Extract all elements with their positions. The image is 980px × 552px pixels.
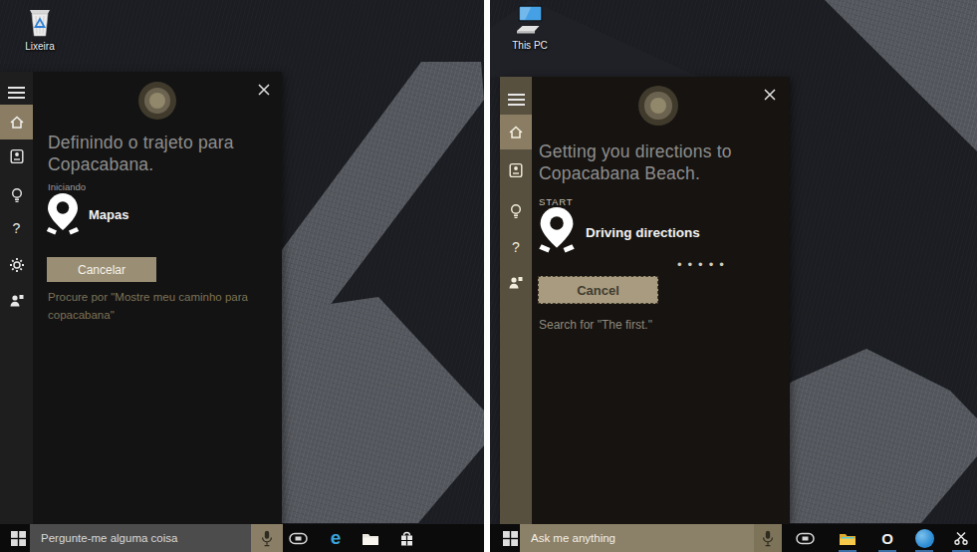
- this-pc-icon: [512, 5, 548, 38]
- opera-browser-button[interactable]: O: [873, 524, 901, 552]
- search-placeholder: Ask me anything: [520, 532, 754, 544]
- microphone-icon: [762, 530, 774, 547]
- comparison-image: Lixeira: [0, 0, 980, 552]
- cortana-orb: [138, 82, 176, 120]
- blue-round-app-icon: [915, 529, 934, 548]
- route-app-name: Mapas: [89, 207, 128, 222]
- taskbar: Ask me anything: [490, 524, 977, 552]
- hamburger-icon: [8, 84, 25, 102]
- task-view-button[interactable]: [284, 524, 312, 552]
- notebook-icon: [9, 148, 25, 164]
- sidebar-item-help[interactable]: ?: [0, 215, 33, 241]
- sidebar-item-reminders[interactable]: [0, 182, 33, 208]
- file-explorer-button[interactable]: [357, 524, 384, 552]
- this-pc-desktop-icon[interactable]: This PC: [502, 5, 558, 51]
- lightbulb-icon: [10, 187, 24, 203]
- recycle-bin-label: Lixeira: [12, 41, 68, 52]
- cortana-response-title: Getting you directions to Copacabana Bea…: [539, 140, 732, 184]
- cancel-button[interactable]: Cancel: [538, 276, 658, 304]
- search-placeholder: Pergunte-me alguma coisa: [30, 532, 251, 544]
- title-line-2: Copacabana Beach.: [539, 162, 732, 184]
- help-icon: ?: [13, 220, 21, 236]
- cancel-button[interactable]: Cancelar: [47, 257, 156, 282]
- edge-icon: e: [331, 527, 342, 549]
- store-bag-icon: [398, 530, 415, 547]
- close-button[interactable]: [762, 87, 778, 103]
- cortana-sidebar: ?: [500, 77, 532, 524]
- file-explorer-button[interactable]: [834, 524, 861, 552]
- sidebar-item-settings[interactable]: [0, 252, 33, 278]
- cortana-response-title: Definindo o trajeto para Copacabana.: [48, 132, 234, 175]
- help-icon: ?: [512, 239, 520, 255]
- snipping-tool-button[interactable]: [947, 524, 975, 552]
- this-pc-label: This PC: [502, 40, 558, 51]
- cortana-content: Getting you directions to Copacabana Bea…: [532, 77, 790, 524]
- feedback-person-icon: [508, 275, 524, 290]
- home-icon: [9, 115, 25, 130]
- home-icon: [508, 125, 524, 139]
- windows-logo-icon: [11, 531, 26, 546]
- search-hint: Search for "The first.": [539, 316, 778, 335]
- task-view-button[interactable]: [791, 524, 819, 552]
- gear-icon: [9, 257, 25, 273]
- title-line-1: Definindo o trajeto para: [48, 132, 234, 153]
- notebook-icon: [508, 162, 524, 178]
- maps-pin-icon: [45, 192, 81, 239]
- microphone-icon: [261, 530, 273, 547]
- hamburger-icon: [508, 91, 525, 109]
- store-button[interactable]: [392, 524, 420, 552]
- cortana-panel: ?: [500, 77, 790, 524]
- title-line-2: Copacabana.: [48, 153, 234, 175]
- start-button[interactable]: [5, 524, 31, 552]
- recycle-bin-desktop-icon[interactable]: Lixeira: [12, 5, 68, 52]
- folder-icon: [362, 531, 379, 546]
- sidebar-item-feedback[interactable]: [0, 287, 33, 313]
- sidebar-item-home[interactable]: [500, 115, 532, 149]
- sidebar-item-feedback[interactable]: [500, 269, 532, 295]
- scissors-icon: [953, 530, 969, 546]
- screenshot-portuguese: Lixeira: [0, 0, 484, 552]
- feedback-person-icon: [9, 293, 25, 308]
- cortana-orb: [638, 86, 678, 126]
- cortana-panel: ?: [0, 72, 282, 524]
- close-icon: [257, 83, 271, 97]
- route-app-name: Driving directions: [586, 225, 700, 240]
- taskbar: Pergunte-me alguma coisa e: [0, 524, 484, 552]
- search-hint: Procure por "Mostre meu caminho para cop…: [48, 289, 259, 325]
- screenshot-english: This PC: [490, 0, 977, 552]
- windows-logo-icon: [503, 531, 518, 546]
- cortana-search-box[interactable]: Pergunte-me alguma coisa: [30, 524, 283, 552]
- sidebar-item-home[interactable]: [0, 105, 33, 139]
- microphone-button[interactable]: [754, 524, 782, 552]
- cortana-orb-core: [149, 93, 165, 109]
- title-line-1: Getting you directions to: [539, 140, 732, 162]
- menu-button[interactable]: [500, 87, 532, 113]
- sidebar-item-notebook[interactable]: [500, 157, 532, 183]
- sidebar-item-notebook[interactable]: [0, 143, 33, 169]
- maps-pin-icon: [537, 206, 577, 257]
- cortana-orb-ring: [144, 88, 170, 114]
- folder-icon: [839, 531, 857, 546]
- opera-icon: O: [881, 530, 893, 547]
- sidebar-item-reminders[interactable]: [500, 198, 532, 224]
- cortana-search-box[interactable]: Ask me anything: [520, 524, 782, 552]
- task-view-icon: [289, 531, 308, 546]
- close-button[interactable]: [256, 82, 272, 98]
- menu-button[interactable]: [0, 80, 33, 106]
- recycle-bin-icon: [25, 5, 55, 39]
- close-icon: [763, 88, 777, 102]
- cortana-content: Definindo o trajeto para Copacabana. Ini…: [33, 72, 282, 524]
- sidebar-item-help[interactable]: ?: [500, 234, 532, 260]
- cortana-orb-core: [650, 98, 667, 115]
- blue-round-app-button[interactable]: [910, 524, 938, 552]
- status-label: Iniciando: [48, 181, 86, 192]
- lightbulb-icon: [509, 203, 523, 219]
- cortana-sidebar: ?: [0, 72, 33, 524]
- edge-browser-button[interactable]: e: [322, 524, 350, 552]
- progress-dots: •••••: [677, 257, 730, 272]
- cortana-orb-ring: [644, 92, 671, 119]
- microphone-button[interactable]: [251, 524, 283, 552]
- task-view-icon: [796, 531, 815, 546]
